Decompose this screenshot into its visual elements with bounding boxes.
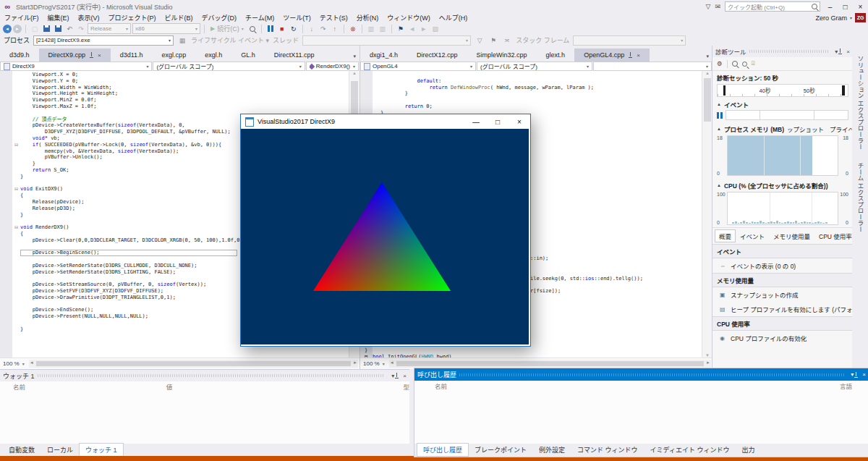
bottom-tab-呼び出し履歴[interactable]: 呼び出し履歴 [417,444,468,456]
member-dropdown[interactable]: ▾ [593,62,712,71]
close-icon[interactable]: × [862,371,866,378]
code-line[interactable]: Viewport.Width = WinWidth; [12,85,349,91]
code-line[interactable]: Viewport.Height = WinHeight; [12,90,349,97]
diagnostics-tab-メモリ使用量[interactable]: メモリ使用量 [770,230,814,242]
code-line[interactable]: Viewport.Y = 0; [12,78,349,85]
tab-d3d9-h[interactable]: d3d9.h [0,48,39,62]
pin-tab-icon[interactable] [628,52,633,58]
code-line[interactable]: } [373,90,702,97]
fold-collapse-icon[interactable]: ⊟ [12,186,20,193]
code-line[interactable]: ile.seekg(0, std::ios::end).tellg()); [530,276,643,282]
find-in-source-icon[interactable] [247,24,258,34]
member-dropdown[interactable]: RenderDX9()▾ [306,62,359,71]
breakpoint-gutter[interactable] [0,71,12,358]
minimize-button[interactable]: – [825,3,835,11]
scope-dropdown[interactable]: DirectX9▾ [0,62,152,71]
tab-exgl-cpp[interactable]: exgl.cpp [153,48,196,62]
close-button[interactable]: × [509,114,530,129]
call-stack-grid[interactable] [414,391,868,444]
zoom-level[interactable]: 100 % [0,360,22,367]
close-tab-icon[interactable]: × [637,52,640,59]
summary-action[interactable]: ◉CPU プロファイルの有効化 [712,331,853,345]
account-name[interactable]: Zero Gram [815,14,847,22]
process-dropdown[interactable]: [21428] DirectX9.exe ▾ [33,35,174,46]
bottom-tab-ブレークポイント[interactable]: ブレークポイント [469,444,532,456]
tab-directx12-cpp[interactable]: DirectX12.cpp [407,48,467,62]
settings-gear-icon[interactable]: ⚙ [717,60,723,67]
directx9-app-window[interactable]: VisualStudio2017 DirectX9 — □ × [240,114,531,347]
watch-grid[interactable] [0,392,409,444]
close-button[interactable]: × [855,3,866,11]
code-line[interactable]: Viewport.MaxZ = 1.0f; [12,103,349,110]
threads-in-source-icon[interactable]: ▥ [366,24,376,34]
zoom-in-icon[interactable] [732,61,738,67]
prev-bookmark-icon[interactable]: ◄ [407,24,417,34]
menu-f[interactable]: ファイル(F) [0,13,43,22]
redo-icon[interactable]: ↷ [76,24,86,34]
open-file-icon[interactable]: ▢ [30,24,40,34]
diagnostics-window-icon[interactable]: ▥ [378,24,388,34]
tab-opengl4-cpp[interactable]: OpenGL4.cpp× [574,48,650,62]
code-line[interactable]: r[fsize]); [530,288,561,295]
undo-icon[interactable]: ↶ [64,24,75,34]
bottom-tab-自動変数[interactable]: 自動変数 [3,444,41,456]
code-line[interactable]: } [365,347,367,354]
bottom-tab-コマンド ウィンドウ[interactable]: コマンド ウィンドウ [571,444,644,456]
code-line[interactable] [373,72,702,78]
summary-action[interactable]: ▣スナップショットの作成 [712,287,853,302]
thread-dropdown[interactable]: ▾ [302,35,471,46]
tab-exgl-h[interactable]: exgl.h [195,48,231,62]
filter-icon[interactable]: ▽ [706,3,711,10]
nav-back-icon[interactable]: ◄ [3,25,12,33]
vertical-scrollbar[interactable]: ▲ ▼ [702,71,712,358]
diagnostics-tab-概要[interactable]: 概要 [715,230,735,242]
tab-glext-h[interactable]: glext.h [537,48,575,62]
tab-overflow-icon[interactable]: ▾ [353,54,359,62]
next-bookmark-icon[interactable]: ► [419,24,429,34]
column-header[interactable]: 値 [153,382,391,391]
column-header[interactable]: 名前 [0,382,153,391]
scope-dropdown[interactable]: OpenGL4▾ [360,62,476,71]
summary-action[interactable]: ▤ヒープ プロファイルを有効にします (パフォーマンスに影響し [712,302,853,316]
zoom-chevron-icon[interactable]: ▾ [22,361,25,366]
bottom-tab-例外設定[interactable]: 例外設定 [533,444,571,456]
pin-icon[interactable] [854,372,859,378]
events-section-header[interactable]: ▲イベント [712,97,853,110]
cpu-section-header[interactable]: ▲CPU (% (全プロセッサに占める割合)) [712,178,853,191]
fold-collapse-icon[interactable]: ⊟ [12,224,20,231]
menu-w[interactable]: ウィンドウ(W) [383,13,435,22]
diagnostics-tab-CPU 使用率[interactable]: CPU 使用率 [815,230,856,242]
minimize-button[interactable]: — [465,114,487,129]
tab-simplewin32-cpp[interactable]: SimpleWin32.cpp [467,48,537,62]
global-scope-dropdown[interactable]: (グローバル スコープ)▾ [153,62,305,71]
account-chevron-icon[interactable]: ▾ [850,15,852,20]
menu-p[interactable]: プロジェクト(P) [104,13,161,22]
restore-button[interactable]: □ [840,3,851,11]
menu-b[interactable]: ビルド(B) [161,13,197,22]
stop-debugging-icon[interactable]: ■ [277,24,287,34]
step-into-icon[interactable]: ↓ [307,24,317,34]
quick-launch-input[interactable]: クイック起動 (Ctrl+Q) [725,1,820,12]
solution-configuration-dropdown[interactable]: Release▾ [88,23,131,34]
menu-h[interactable]: ヘルプ(H) [435,13,472,22]
menu-e[interactable]: 編集(E) [43,13,74,22]
side-tab-team-explorer[interactable]: チーム エクスプローラー [856,163,864,232]
horizontal-scrollbar[interactable]: ◄► [389,360,711,368]
pin-icon[interactable] [394,373,399,378]
column-header[interactable]: 型 [390,382,409,391]
close-icon[interactable]: × [846,48,850,55]
bookmark-icon[interactable]: ⚑ [396,24,406,34]
save-icon[interactable] [41,24,51,34]
code-line[interactable]: default: [373,78,702,85]
zoom-out-icon[interactable] [742,62,747,67]
menu-t[interactable]: ツール(T) [278,13,315,22]
tab-dxgi1-4-h[interactable]: dxgi1_4.h [360,48,407,62]
side-tab-solution-explorer[interactable]: ソリューション エクスプローラー [856,56,864,150]
code-line[interactable]: ::in); [530,255,548,262]
account-avatar[interactable]: ZG [855,13,866,22]
close-tab-icon[interactable]: × [98,52,101,59]
horizontal-scrollbar[interactable]: ◄► [29,360,358,368]
nav-forward-icon[interactable]: ► [13,25,22,33]
column-header[interactable]: 名前 [414,381,840,390]
session-timeline[interactable]: 40秒 50秒 [717,84,848,97]
